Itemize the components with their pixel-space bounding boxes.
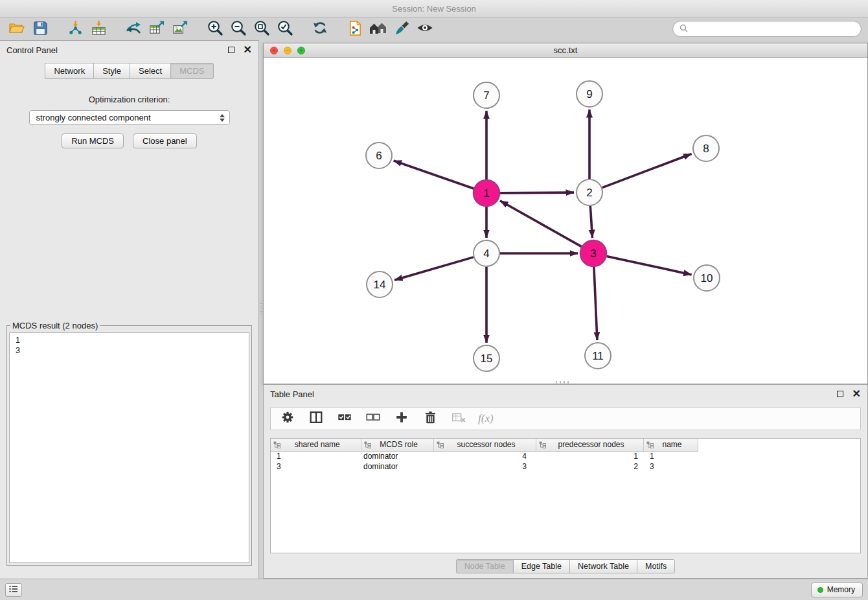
zoom-selected-button[interactable] (273, 19, 297, 39)
graph-edge-3-10[interactable] (607, 256, 692, 274)
cell-successor-nodes[interactable]: 3 (433, 461, 536, 472)
close-panel-button[interactable]: Close panel (133, 133, 197, 148)
column-header-MCDS-role[interactable]: MCDS role (361, 439, 433, 451)
graph-node-2[interactable]: 2 (577, 179, 602, 205)
cell-shared-name[interactable]: 3 (271, 461, 361, 472)
tab-mcds[interactable]: MCDS (170, 63, 213, 79)
cell-predecessor-nodes[interactable]: 2 (536, 461, 643, 472)
svg-text:1: 1 (483, 187, 489, 200)
graph-node-8[interactable]: 8 (693, 135, 719, 161)
search-input[interactable] (692, 25, 854, 34)
graph-edge-4-14[interactable] (394, 257, 474, 280)
float-table-panel-icon[interactable] (837, 391, 843, 397)
style-brush-icon (394, 20, 410, 39)
import-network-button[interactable] (63, 19, 87, 39)
graph-edge-1-6[interactable] (394, 161, 474, 189)
zoom-in-button[interactable] (203, 19, 227, 39)
graph-node-6[interactable]: 6 (366, 143, 392, 168)
graph-node-11[interactable]: 11 (585, 343, 611, 369)
tab-node-table[interactable]: Node Table (456, 559, 513, 573)
graph-node-14[interactable]: 14 (367, 271, 393, 297)
cell-name[interactable]: 1 (643, 451, 698, 461)
graph-node-15[interactable]: 15 (474, 345, 499, 371)
image-arrow-icon (172, 20, 188, 39)
tab-motifs[interactable]: Motifs (637, 559, 675, 573)
close-window-icon[interactable]: × (270, 47, 278, 54)
cell-shared-name[interactable]: 1 (271, 451, 361, 461)
tab-style[interactable]: Style (93, 63, 130, 79)
network-canvas[interactable]: 7968124314101511 (264, 58, 867, 384)
network-window: × – + scc.txt 7968124314101511 (263, 43, 868, 384)
graph-node-10[interactable]: 10 (694, 265, 720, 291)
column-header-name[interactable]: name (643, 439, 698, 451)
float-panel-icon[interactable] (228, 47, 234, 53)
table-row[interactable]: 1dominator411 (271, 451, 860, 461)
result-item[interactable]: 1 (16, 335, 243, 345)
cell-successor-nodes[interactable]: 4 (433, 451, 536, 461)
cell-name[interactable]: 3 (643, 461, 698, 472)
add-column-button[interactable] (393, 410, 411, 428)
attribute-tree-icon (364, 441, 371, 448)
show-hide-button[interactable] (413, 19, 437, 39)
save-session-button[interactable] (29, 19, 52, 39)
minimize-window-icon[interactable]: – (284, 47, 291, 54)
search-box[interactable] (672, 21, 862, 37)
network-document-button[interactable] (343, 19, 367, 39)
network-document-icon (347, 20, 363, 39)
memory-button[interactable]: Memory (811, 583, 863, 597)
zoom-in-icon (207, 19, 223, 39)
criterion-select[interactable]: strongly connected component (29, 110, 230, 125)
result-item[interactable]: 3 (16, 345, 243, 356)
maximize-window-icon[interactable]: + (297, 47, 305, 54)
network-canvas-svg: 7968124314101511 (264, 58, 867, 384)
graph-node-7[interactable]: 7 (474, 82, 499, 108)
delete-table-button[interactable] (450, 410, 468, 428)
delete-column-button[interactable] (421, 410, 439, 428)
home-button[interactable] (367, 19, 390, 39)
graph-edge-3-11[interactable] (594, 267, 597, 340)
close-panel-icon[interactable]: ✕ (244, 45, 252, 55)
zoom-out-button[interactable] (227, 19, 250, 39)
eye-icon (417, 19, 433, 39)
column-header-successor-nodes[interactable]: successor nodes (433, 439, 536, 451)
refresh-view-button[interactable] (308, 19, 332, 39)
graph-edge-3-1[interactable] (500, 201, 582, 247)
select-all-columns-button[interactable] (336, 410, 354, 428)
graph-node-1[interactable]: 1 (474, 180, 499, 206)
table-settings-button[interactable] (279, 410, 297, 428)
export-network-button[interactable] (122, 19, 145, 39)
status-menu-button[interactable] (5, 583, 22, 597)
mcds-result-list[interactable]: 13 (9, 332, 249, 563)
graph-node-3[interactable]: 3 (580, 240, 606, 266)
cell-MCDS-role[interactable]: dominator (361, 451, 433, 461)
open-file-button[interactable] (5, 19, 29, 39)
column-header-predecessor-nodes[interactable]: predecessor nodes (536, 439, 643, 451)
svg-text:9: 9 (586, 88, 592, 100)
import-table-button[interactable] (87, 19, 110, 39)
tab-network-table[interactable]: Network Table (569, 559, 637, 573)
split-columns-button[interactable] (307, 410, 325, 428)
cell-predecessor-nodes[interactable]: 1 (536, 451, 643, 461)
tab-network[interactable]: Network (45, 63, 93, 79)
column-header-shared-name[interactable]: shared name (271, 439, 361, 451)
export-image-button[interactable] (168, 19, 192, 39)
network-window-titlebar[interactable]: × – + scc.txt (264, 43, 867, 58)
zoom-fit-button[interactable] (250, 19, 273, 39)
import-table-icon (91, 20, 107, 39)
graph-edge-1-2[interactable] (500, 192, 574, 193)
graph-node-9[interactable]: 9 (577, 81, 602, 107)
close-table-panel-icon[interactable]: ✕ (852, 389, 861, 399)
graph-node-4[interactable]: 4 (474, 240, 499, 266)
cell-MCDS-role[interactable]: dominator (361, 461, 433, 472)
function-builder-button[interactable]: f(x) (478, 412, 494, 425)
tab-select[interactable]: Select (130, 63, 170, 79)
tab-edge-table[interactable]: Edge Table (513, 559, 569, 573)
style-button[interactable] (390, 19, 413, 39)
deselect-columns-button[interactable] (364, 410, 382, 428)
export-table-button[interactable] (145, 19, 168, 39)
graph-edge-2-3[interactable] (590, 206, 592, 238)
graph-edge-2-8[interactable] (602, 154, 692, 187)
table-row[interactable]: 3dominator323 (271, 461, 860, 472)
run-mcds-button[interactable]: Run MCDS (62, 133, 124, 148)
vertical-splitter-handle[interactable] (258, 301, 263, 316)
